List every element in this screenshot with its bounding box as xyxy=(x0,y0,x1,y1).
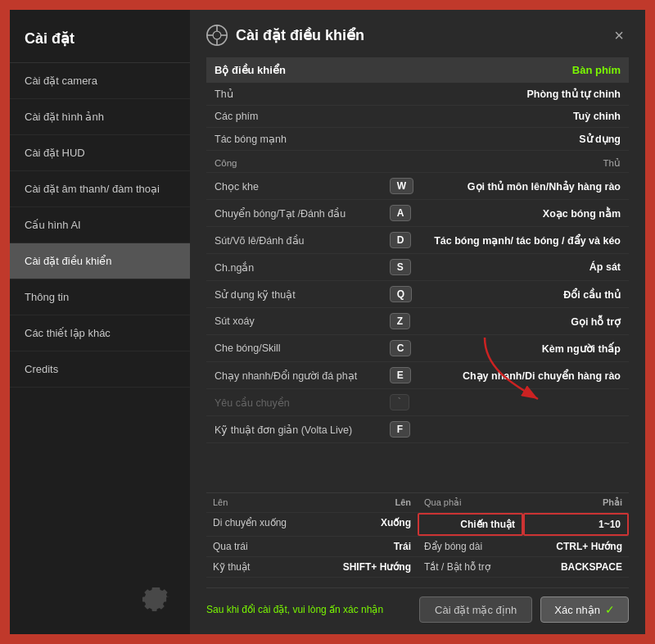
sidebar-item-dieu-khien[interactable]: Cài đặt điều khiển xyxy=(10,243,190,279)
move-row1-col2-label: Chiến thuật xyxy=(418,513,523,536)
ctrl-label: Sút/Võ lê/Đánh đầu xyxy=(206,227,382,254)
move-row3-col2-label: Tắt / Bật hỗ trợ xyxy=(418,557,523,577)
table-row: Chọc khe W Gọi thủ môn lên/Nhảy hàng rào xyxy=(206,173,629,200)
ctrl-right: D Tác bóng mạnh/ tác bóng / đẩy và kéo xyxy=(382,227,629,253)
move-row1-col1-label: Di chuyển xuống xyxy=(206,513,312,536)
checkmark-icon: ✓ xyxy=(605,603,615,616)
ctrl-label: Sử dụng kỹ thuật xyxy=(206,281,382,308)
key-badge: W xyxy=(390,178,413,194)
sidebar-bottom xyxy=(10,565,190,634)
ctrl-right: C Kèm người thấp xyxy=(382,335,629,361)
ctrl-label: Sút xoáy xyxy=(206,308,382,335)
move-row-1: Di chuyển xuống Xuống Chiến thuật 1~10 xyxy=(206,513,629,537)
ctrl-right: Z Gọi hỗ trợ xyxy=(382,308,629,334)
table-row: Tác bóng mạnh Sử dụng xyxy=(206,128,629,151)
close-button[interactable]: × xyxy=(609,25,629,45)
section-col2: Thủ xyxy=(382,151,629,173)
move-row3-col1-label: Kỹ thuật xyxy=(206,557,312,577)
section-header-row: Công Thủ xyxy=(206,151,629,173)
move-row-2: Qua trái Trái Đẩy bóng dài CTRL+ Hướng xyxy=(206,537,629,557)
move-row-3: Kỹ thuật SHIFT+ Hướng Tắt / Bật hỗ trợ B… xyxy=(206,557,629,578)
key-badge: F xyxy=(390,421,410,438)
ctrl-label: Ch.ngắn xyxy=(206,254,382,281)
sidebar-item-hinh-anh[interactable]: Cài đặt hình ảnh xyxy=(10,99,190,135)
ctrl-label: Chuyển bóng/Tạt /Đánh đầu xyxy=(206,200,382,227)
move-row1-col1-val: Xuống xyxy=(312,513,418,536)
row-value: Phòng thủ tự chinh xyxy=(382,83,629,106)
ctrl-right: Q Đổi cầu thủ xyxy=(382,281,629,307)
move-row2-col2-label: Đẩy bóng dài xyxy=(418,537,523,556)
sidebar-item-hud[interactable]: Cài đặt HUD xyxy=(10,135,190,171)
col-header-controller: Bộ điều khiển xyxy=(206,57,382,83)
bottom-buttons: Cài đặt mặc định Xác nhận ✓ xyxy=(419,596,629,623)
table-row: Các phím Tuỳ chinh xyxy=(206,106,629,128)
ctrl-right: W Gọi thủ môn lên/Nhảy hàng rào xyxy=(382,173,629,199)
sidebar-item-thong-tin[interactable]: Thông tin xyxy=(10,279,190,315)
section-col1: Công xyxy=(206,151,382,173)
main-content: Cài đặt điều khiển × Bộ điều khiển Bàn p… xyxy=(190,10,645,634)
ctrl-right: F xyxy=(382,416,629,442)
ctrl-right: E Chạy nhanh/Di chuyển hàng rào xyxy=(382,362,629,388)
ctrl-label: Chạy nhanh/Đổi người đá phạt xyxy=(206,362,382,389)
row-value: Tuỳ chinh xyxy=(382,106,629,128)
move-row2-col2-val: CTRL+ Hướng xyxy=(523,537,629,556)
table-row: Che bóng/Skill C Kèm người thấp xyxy=(206,335,629,362)
key-badge: E xyxy=(390,367,411,383)
table-row: Sút xoáy Z Gọi hỗ trợ xyxy=(206,308,629,335)
movement-section: Lên Lên Qua phải Phải Di chuyển xuống Xu… xyxy=(206,492,629,578)
sidebar-item-cau-hinh-ai[interactable]: Cấu hình AI xyxy=(10,207,190,243)
dialog-title-wrap: Cài đặt điều khiển xyxy=(206,25,364,46)
controls-table: Bộ điều khiển Bàn phím Thủ Phòng thủ tự … xyxy=(206,57,629,489)
sidebar-item-camera[interactable]: Cài đặt camera xyxy=(10,63,190,99)
table-row: Chuyển bóng/Tạt /Đánh đầu A Xoạc bóng nằ… xyxy=(206,200,629,227)
table-row: Thủ Phòng thủ tự chinh xyxy=(206,83,629,106)
dialog-title: Cài đặt điều khiển xyxy=(236,26,364,44)
table-row: Chạy nhanh/Đổi người đá phạt E Chạy nhan… xyxy=(206,362,629,389)
table-row: Ch.ngắn S Áp sát xyxy=(206,254,629,281)
ctrl-right: ` xyxy=(382,389,629,415)
sidebar-title: Cài đặt xyxy=(10,18,190,63)
row-value: Sử dụng xyxy=(382,128,629,151)
key-badge: ` xyxy=(390,394,409,410)
svg-point-1 xyxy=(213,31,221,39)
table-row: Yêu cầu chuyền ` xyxy=(206,389,629,416)
ctrl-label: Yêu cầu chuyền xyxy=(206,389,382,416)
confirm-label: Xác nhận xyxy=(554,604,600,616)
move-col2-header: Lên xyxy=(312,493,418,512)
move-row2-col1-label: Qua trái xyxy=(206,537,312,556)
key-badge: Q xyxy=(390,286,412,302)
sidebar-item-thiet-lap-khac[interactable]: Các thiết lập khác xyxy=(10,315,190,351)
move-row1-col2-val: 1~10 xyxy=(523,513,629,536)
row-label: Tác bóng mạnh xyxy=(206,128,382,151)
key-badge: D xyxy=(390,232,412,248)
key-badge: A xyxy=(390,205,412,221)
move-header-row: Lên Lên Qua phải Phải xyxy=(206,493,629,513)
move-col1-header: Lên xyxy=(206,493,312,512)
table-row: Kỹ thuật đơn giản (Volta Live) F xyxy=(206,416,629,443)
sidebar: Cài đặt Cài đặt camera Cài đặt hình ảnh … xyxy=(10,10,190,634)
ctrl-right: A Xoạc bóng nằm xyxy=(382,200,629,226)
bottom-hint: Sau khi đổi cài đặt, vui lòng ấn xác nhậ… xyxy=(206,604,383,615)
row-label: Các phím xyxy=(206,106,382,128)
ctrl-label: Chọc khe xyxy=(206,173,382,200)
move-row3-col1-val: SHIFT+ Hướng xyxy=(312,557,418,577)
move-col3-header: Qua phải xyxy=(418,493,523,512)
row-label: Thủ xyxy=(206,83,382,106)
dialog-header: Cài đặt điều khiển × xyxy=(206,25,629,46)
table-row: Sử dụng kỹ thuật Q Đổi cầu thủ xyxy=(206,281,629,308)
move-col4-header: Phải xyxy=(523,493,629,512)
table-row: Sút/Võ lê/Đánh đầu D Tác bóng mạnh/ tác … xyxy=(206,227,629,254)
default-settings-button[interactable]: Cài đặt mặc định xyxy=(419,596,532,623)
confirm-button[interactable]: Xác nhận ✓ xyxy=(540,596,629,623)
ctrl-label: Che bóng/Skill xyxy=(206,335,382,362)
move-row3-col2-val: BACKSPACE xyxy=(523,557,629,577)
key-badge: Z xyxy=(390,313,410,329)
move-row2-col1-val: Trái xyxy=(312,537,418,556)
sidebar-item-am-thanh[interactable]: Cài đặt âm thanh/ đàm thoại xyxy=(10,171,190,207)
ctrl-label: Kỹ thuật đơn giản (Volta Live) xyxy=(206,416,382,443)
bottom-bar: Sau khi đổi cài đặt, vui lòng ấn xác nhậ… xyxy=(206,587,629,623)
ctrl-right: S Áp sát xyxy=(382,254,629,280)
col-header-keyboard: Bàn phím xyxy=(382,57,629,83)
sidebar-item-credits[interactable]: Credits xyxy=(10,351,190,388)
controller-icon xyxy=(206,25,228,46)
